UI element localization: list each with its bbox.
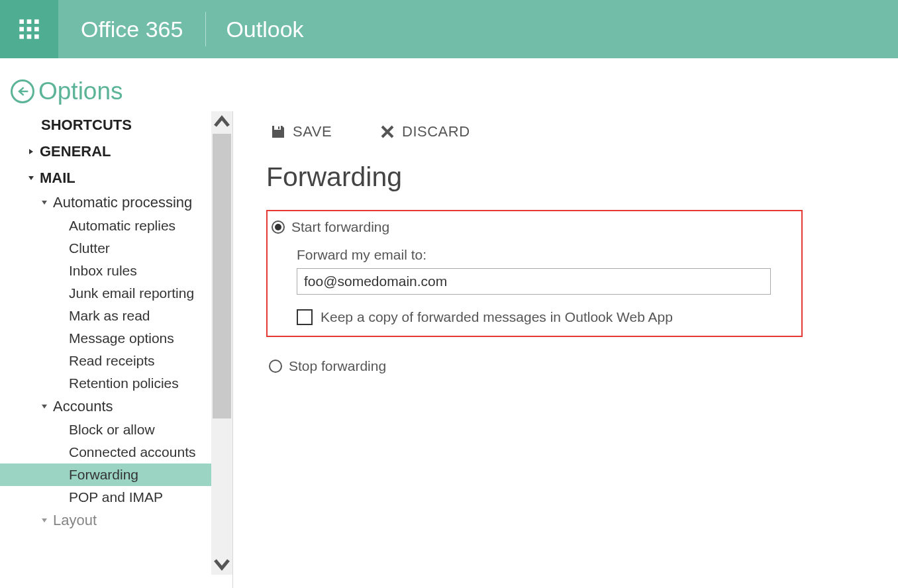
- svg-rect-4: [27, 27, 32, 32]
- scroll-thumb[interactable]: [213, 134, 231, 418]
- sidebar-scrollbar[interactable]: [211, 111, 232, 575]
- sidebar-accounts[interactable]: Accounts: [0, 395, 212, 418]
- sidebar-item-junk-email-reporting[interactable]: Junk email reporting: [0, 282, 212, 305]
- keep-copy-checkbox[interactable]: [297, 309, 313, 325]
- sidebar-item-automatic-replies[interactable]: Automatic replies: [0, 215, 212, 237]
- sidebar-item-connected-accounts[interactable]: Connected accounts: [0, 441, 212, 464]
- sidebar-general-label: GENERAL: [40, 143, 111, 160]
- discard-label: DISCARD: [402, 123, 470, 140]
- svg-rect-0: [19, 19, 24, 24]
- caret-down-icon: [26, 175, 36, 181]
- caret-down-icon: [40, 199, 49, 206]
- sidebar-layout[interactable]: Layout: [0, 509, 212, 532]
- save-icon: [270, 124, 286, 140]
- scroll-down-button[interactable]: [211, 554, 232, 575]
- arrow-left-icon: [16, 85, 29, 98]
- sidebar-item-block-or-allow[interactable]: Block or allow: [0, 418, 212, 441]
- sidebar-item-forwarding[interactable]: Forwarding: [0, 464, 212, 486]
- sidebar-item-message-options[interactable]: Message options: [0, 327, 212, 350]
- start-forwarding-label: Start forwarding: [291, 219, 389, 235]
- stop-forwarding-radio[interactable]: [269, 360, 282, 373]
- start-forwarding-radio-row[interactable]: Start forwarding: [272, 219, 789, 235]
- sidebar-item-read-receipts[interactable]: Read receipts: [0, 350, 212, 372]
- svg-rect-3: [19, 27, 24, 32]
- stop-forwarding-label: Stop forwarding: [289, 358, 386, 374]
- highlight-annotation: Start forwarding Forward my email to: Ke…: [266, 210, 803, 337]
- sidebar-auto-processing[interactable]: Automatic processing: [0, 191, 212, 215]
- scroll-up-button[interactable]: [211, 111, 232, 132]
- svg-rect-6: [19, 34, 24, 39]
- stop-forwarding-radio-row[interactable]: Stop forwarding: [269, 358, 898, 374]
- sidebar-container: SHORTCUTS GENERAL MAIL Automatic process…: [0, 111, 233, 588]
- keep-copy-label: Keep a copy of forwarded messages in Out…: [321, 309, 673, 325]
- svg-rect-2: [34, 19, 39, 24]
- options-title: Options: [38, 77, 123, 105]
- sidebar-item-mark-as-read[interactable]: Mark as read: [0, 305, 212, 327]
- caret-right-icon: [26, 148, 36, 155]
- sidebar-item-retention-policies[interactable]: Retention policies: [0, 372, 212, 395]
- suite-title[interactable]: Office 365: [58, 0, 205, 58]
- close-icon: [379, 124, 395, 140]
- svg-rect-5: [34, 27, 39, 32]
- start-forwarding-radio[interactable]: [272, 220, 285, 234]
- content-panel: SAVE DISCARD Forwarding Start forwarding…: [233, 111, 898, 588]
- global-header: Office 365 Outlook: [0, 0, 898, 58]
- forward-to-input[interactable]: [297, 268, 771, 295]
- svg-rect-10: [278, 126, 279, 129]
- sidebar-item-inbox-rules[interactable]: Inbox rules: [0, 260, 212, 282]
- waffle-icon: [19, 19, 40, 40]
- svg-rect-7: [27, 34, 32, 39]
- sidebar-mail-label: MAIL: [40, 170, 75, 187]
- toolbar: SAVE DISCARD: [270, 123, 898, 140]
- keep-copy-row[interactable]: Keep a copy of forwarded messages in Out…: [297, 309, 789, 325]
- sidebar: SHORTCUTS GENERAL MAIL Automatic process…: [0, 111, 212, 575]
- app-title[interactable]: Outlook: [206, 0, 323, 58]
- forward-to-block: Forward my email to:: [297, 247, 789, 295]
- forward-to-label: Forward my email to:: [297, 247, 789, 263]
- sidebar-item-clutter[interactable]: Clutter: [0, 237, 212, 260]
- main-layout: SHORTCUTS GENERAL MAIL Automatic process…: [0, 111, 898, 588]
- sidebar-auto-processing-label: Automatic processing: [53, 194, 192, 211]
- svg-rect-8: [34, 34, 39, 39]
- page-title: Forwarding: [266, 162, 898, 193]
- sidebar-mail[interactable]: MAIL: [0, 164, 212, 191]
- sidebar-item-pop-and-imap[interactable]: POP and IMAP: [0, 486, 212, 509]
- back-button[interactable]: [11, 79, 34, 103]
- svg-rect-1: [27, 19, 32, 24]
- svg-rect-9: [274, 126, 281, 130]
- options-header: Options: [0, 58, 898, 111]
- discard-button[interactable]: DISCARD: [379, 123, 470, 140]
- app-launcher-button[interactable]: [0, 0, 58, 58]
- chevron-down-icon: [211, 554, 232, 575]
- sidebar-accounts-label: Accounts: [53, 398, 113, 415]
- sidebar-layout-label: Layout: [53, 512, 97, 529]
- save-button[interactable]: SAVE: [270, 123, 332, 140]
- sidebar-general[interactable]: GENERAL: [0, 138, 212, 164]
- caret-down-icon: [40, 403, 49, 410]
- save-label: SAVE: [293, 123, 332, 140]
- chevron-up-icon: [211, 111, 232, 132]
- sidebar-shortcuts[interactable]: SHORTCUTS: [0, 111, 212, 138]
- caret-down-icon: [40, 517, 49, 524]
